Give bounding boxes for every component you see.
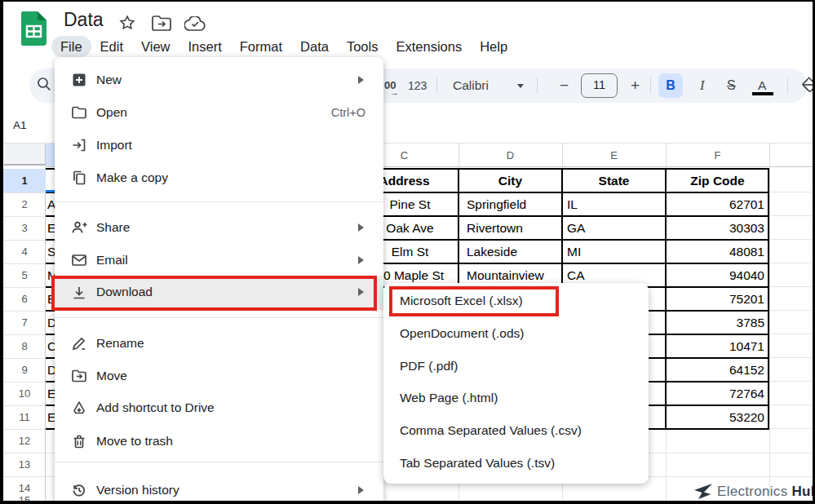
open-folder-icon: [71, 104, 87, 121]
star-icon[interactable]: [119, 15, 135, 31]
strikethrough-button[interactable]: S: [727, 69, 736, 103]
cell-f6[interactable]: 75201: [666, 287, 764, 311]
search-icon[interactable]: [36, 76, 52, 92]
email-icon: [71, 252, 87, 268]
file-menu-move-to-trash[interactable]: Move to trash: [55, 425, 383, 458]
submenu-item-pdf[interactable]: PDF (.pdf): [383, 350, 649, 382]
row-header-3[interactable]: 3: [3, 216, 46, 240]
column-header-d[interactable]: D: [458, 144, 562, 167]
file-menu-add-shortcut[interactable]: Add shortcut to Drive: [55, 391, 383, 424]
cell-f8[interactable]: 10471: [666, 334, 764, 358]
google-sheets-logo-icon[interactable]: [21, 11, 47, 46]
file-menu-version-history[interactable]: Version history: [55, 474, 383, 504]
cell-e3[interactable]: GA: [567, 216, 585, 240]
import-icon: [71, 137, 87, 153]
menubar: File Edit View Insert Format Data Tools …: [51, 36, 516, 57]
cloud-saved-icon: [184, 16, 206, 31]
text-color-button[interactable]: A: [758, 69, 766, 103]
menu-extensions[interactable]: Extensions: [387, 36, 471, 57]
rename-pencil-icon: [71, 335, 87, 351]
column-header-f[interactable]: F: [666, 144, 769, 167]
cell-d1[interactable]: City: [458, 169, 562, 192]
download-highlight-box: [51, 276, 377, 311]
menu-view[interactable]: View: [132, 36, 179, 57]
cell-f4[interactable]: 48081: [666, 240, 764, 263]
file-menu-open[interactable]: Open Ctrl+O: [55, 96, 383, 129]
cell-f1[interactable]: Zip Code: [666, 169, 769, 192]
file-menu-make-a-copy[interactable]: Make a copy: [55, 161, 383, 194]
file-menu-share[interactable]: Share: [55, 211, 383, 244]
frame-border-left: [0, 0, 3, 504]
row-header-12[interactable]: 12: [3, 429, 46, 453]
cell-f11[interactable]: 53220: [666, 405, 764, 429]
menu-insert[interactable]: Insert: [179, 36, 231, 57]
cell-f2[interactable]: 62701: [666, 192, 764, 216]
select-all-corner[interactable]: [4, 144, 46, 166]
number-format-button[interactable]: 123: [408, 69, 427, 103]
cell-f7[interactable]: 3785: [666, 311, 764, 334]
increase-decimal-icon[interactable]: 00→: [384, 69, 396, 103]
row-header-5[interactable]: 5: [3, 263, 46, 287]
submenu-arrow-icon: [358, 76, 364, 84]
text-color-bar: [752, 92, 773, 95]
increase-font-size-button[interactable]: +: [631, 69, 640, 103]
cell-e4[interactable]: MI: [567, 240, 581, 263]
file-menu-import[interactable]: Import: [55, 129, 383, 161]
electronics-hub-logo-icon: [693, 483, 713, 501]
submenu-item-csv[interactable]: Comma Separated Values (.csv): [383, 414, 649, 447]
font-size-input[interactable]: 11: [581, 73, 618, 98]
cell-d2[interactable]: Springfield: [467, 192, 526, 216]
menu-help[interactable]: Help: [471, 36, 516, 57]
cell-f5[interactable]: 94040: [666, 263, 764, 287]
menu-data[interactable]: Data: [291, 36, 338, 57]
menu-tools[interactable]: Tools: [338, 36, 388, 57]
submenu-item-ods[interactable]: OpenDocument (.ods): [383, 317, 649, 350]
trash-icon: [71, 433, 87, 449]
menu-file[interactable]: File: [51, 36, 91, 57]
cell-f10[interactable]: 72764: [666, 382, 764, 405]
submenu-item-tsv[interactable]: Tab Separated Values (.tsv): [383, 447, 649, 480]
copy-icon: [71, 170, 87, 186]
row-header-8[interactable]: 8: [3, 334, 46, 358]
row-header-6[interactable]: 6: [3, 287, 46, 311]
google-sheets-window: Data File Edit View Insert Format Data T…: [0, 0, 815, 504]
italic-button[interactable]: I: [700, 69, 705, 103]
bold-button[interactable]: B: [658, 73, 683, 98]
file-menu-new[interactable]: New: [55, 64, 383, 96]
cell-d3[interactable]: Rivertown: [467, 216, 523, 240]
share-person-icon: [71, 219, 87, 236]
electronics-hub-watermark: Electronics Hub: [693, 483, 815, 501]
font-dropdown-arrow-icon[interactable]: [517, 84, 524, 88]
cell-e2[interactable]: IL: [567, 192, 578, 216]
new-document-icon: [71, 72, 87, 88]
frame-border-bottom: [0, 501, 815, 504]
submenu-arrow-icon: [358, 486, 364, 494]
file-menu-rename[interactable]: Rename: [55, 327, 383, 360]
decrease-font-size-button[interactable]: −: [560, 69, 569, 103]
version-history-icon: [71, 482, 87, 498]
move-folder-icon[interactable]: [152, 15, 171, 31]
row-headers: 1 2 3 4 5 6 7 8 9 10 11 12 13 14 15: [3, 167, 46, 500]
column-header-e[interactable]: E: [562, 144, 666, 167]
row-header-1[interactable]: 1: [3, 169, 46, 192]
font-name-select[interactable]: Calibri: [453, 69, 489, 103]
drive-add-shortcut-icon: [71, 400, 87, 416]
file-menu-email[interactable]: Email: [55, 244, 383, 276]
row-header-7[interactable]: 7: [3, 311, 46, 334]
submenu-item-html[interactable]: Web Page (.html): [383, 382, 649, 414]
row-header-2[interactable]: 2: [3, 192, 46, 216]
cell-d4[interactable]: Lakeside: [467, 240, 517, 263]
row-header-9[interactable]: 9: [3, 358, 46, 382]
row-header-10[interactable]: 10: [3, 382, 46, 405]
cell-reference-box[interactable]: A1: [13, 116, 27, 135]
row-header-13[interactable]: 13: [3, 453, 46, 476]
cell-f3[interactable]: 30303: [666, 216, 764, 240]
cell-f9[interactable]: 64152: [666, 358, 764, 382]
file-menu-move[interactable]: Move: [55, 360, 383, 392]
row-header-4[interactable]: 4: [3, 240, 46, 263]
menu-edit[interactable]: Edit: [91, 36, 132, 57]
menu-format[interactable]: Format: [231, 36, 291, 57]
row-header-11[interactable]: 11: [3, 405, 46, 429]
document-title[interactable]: Data: [64, 9, 104, 31]
cell-e1[interactable]: State: [562, 169, 666, 192]
